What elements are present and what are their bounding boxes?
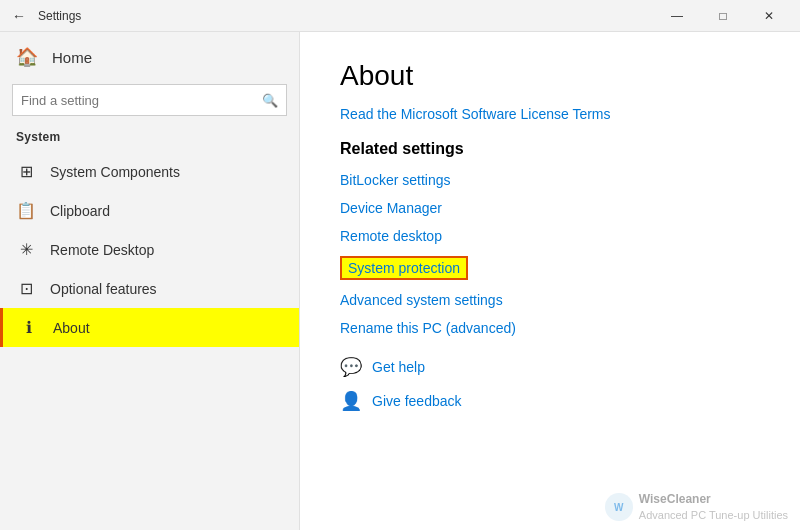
sidebar-item-label-about: About (53, 320, 90, 336)
clipboard-icon: 📋 (16, 201, 36, 220)
optional-features-icon: ⊡ (16, 279, 36, 298)
rename-pc-link[interactable]: Rename this PC (advanced) (340, 320, 760, 336)
remote-desktop-link[interactable]: Remote desktop (340, 228, 760, 244)
title-bar-controls: — □ ✕ (654, 0, 792, 32)
sidebar-item-label-optional-features: Optional features (50, 281, 157, 297)
home-label: Home (52, 49, 92, 66)
sidebar-item-system-components[interactable]: ⊞ System Components (0, 152, 299, 191)
bitlocker-link[interactable]: BitLocker settings (340, 172, 760, 188)
remote-desktop-icon: ✳ (16, 240, 36, 259)
search-box: 🔍 (12, 84, 287, 116)
watermark-logo: W (605, 493, 633, 521)
get-help-icon: 💬 (340, 356, 362, 378)
watermark-brand: WiseCleaner (639, 492, 788, 508)
watermark: W WiseCleaner Advanced PC Tune-up Utilit… (605, 492, 788, 522)
watermark-text: WiseCleaner Advanced PC Tune-up Utilitie… (639, 492, 788, 522)
sidebar-item-remote-desktop[interactable]: ✳ Remote Desktop (0, 230, 299, 269)
advanced-system-link[interactable]: Advanced system settings (340, 292, 760, 308)
license-link[interactable]: Read the Microsoft Software License Term… (340, 106, 760, 122)
content-area: About Read the Microsoft Software Licens… (300, 32, 800, 530)
sidebar-section-label: System (0, 126, 299, 152)
give-feedback-link[interactable]: Give feedback (372, 393, 462, 409)
maximize-button[interactable]: □ (700, 0, 746, 32)
title-bar-left: ← Settings (12, 8, 81, 24)
sidebar-item-label-remote-desktop: Remote Desktop (50, 242, 154, 258)
back-icon[interactable]: ← (12, 8, 26, 24)
search-icon[interactable]: 🔍 (262, 93, 278, 108)
system-protection-link[interactable]: System protection (340, 256, 468, 280)
about-icon: ℹ (19, 318, 39, 337)
sidebar-item-optional-features[interactable]: ⊡ Optional features (0, 269, 299, 308)
home-icon: 🏠 (16, 46, 38, 68)
page-title: About (340, 60, 760, 92)
search-input[interactable] (21, 93, 262, 108)
minimize-button[interactable]: — (654, 0, 700, 32)
sidebar-item-clipboard[interactable]: 📋 Clipboard (0, 191, 299, 230)
sidebar-item-about[interactable]: ℹ About (0, 308, 299, 347)
sidebar-home-item[interactable]: 🏠 Home (0, 36, 299, 78)
sidebar-item-label-clipboard: Clipboard (50, 203, 110, 219)
get-help-link[interactable]: Get help (372, 359, 425, 375)
give-feedback-item[interactable]: 👤 Give feedback (340, 390, 760, 412)
get-help-item[interactable]: 💬 Get help (340, 356, 760, 378)
title-bar: ← Settings — □ ✕ (0, 0, 800, 32)
sidebar: 🏠 Home 🔍 System ⊞ System Components 📋 Cl… (0, 32, 300, 530)
related-settings-heading: Related settings (340, 140, 760, 158)
device-manager-link[interactable]: Device Manager (340, 200, 760, 216)
watermark-tagline: Advanced PC Tune-up Utilities (639, 508, 788, 522)
title-bar-title: Settings (38, 9, 81, 23)
sidebar-item-label-system-components: System Components (50, 164, 180, 180)
system-components-icon: ⊞ (16, 162, 36, 181)
app-body: 🏠 Home 🔍 System ⊞ System Components 📋 Cl… (0, 32, 800, 530)
close-button[interactable]: ✕ (746, 0, 792, 32)
bottom-links: 💬 Get help 👤 Give feedback (340, 356, 760, 412)
give-feedback-icon: 👤 (340, 390, 362, 412)
